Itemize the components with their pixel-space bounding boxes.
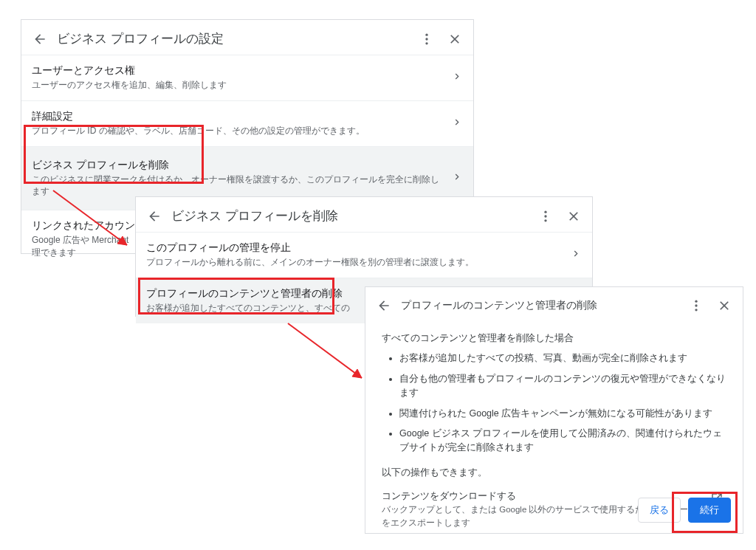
back-button[interactable]: 戻る xyxy=(638,498,681,523)
consequences-list: お客様が追加したすべての投稿、写真、動画が完全に削除されます 自分も他の管理者も… xyxy=(382,351,726,455)
arrow-icon xyxy=(46,185,142,258)
svg-point-2 xyxy=(425,42,427,44)
more-icon[interactable] xyxy=(537,208,554,224)
back-icon[interactable] xyxy=(376,298,392,314)
back-icon[interactable] xyxy=(146,208,162,224)
delete-heading: すべてのコンテンツと管理者を削除した場合 xyxy=(382,331,726,346)
item-subtitle: プロフィールから離れる前に、メインのオーナー権限を別の管理者に譲渡します。 xyxy=(146,256,560,269)
chevron-right-icon xyxy=(451,117,463,131)
chevron-right-icon xyxy=(451,171,463,185)
panel-header: ビジネス プロフィールの設定 xyxy=(21,20,473,55)
svg-point-1 xyxy=(425,38,427,40)
continue-button[interactable]: 続行 xyxy=(688,498,731,523)
svg-line-11 xyxy=(288,323,362,378)
item-title: ビジネス プロフィールを削除 xyxy=(32,159,441,172)
bullet: お客様が追加したすべての投稿、写真、動画が完全に削除されます xyxy=(399,351,726,365)
bullet: 関連付けられた Google 広告キャンペーンが無効になる可能性があります xyxy=(399,407,726,421)
item-title: 詳細設定 xyxy=(32,110,441,123)
item-subtitle: ユーザーのアクセス権を追加、編集、削除します xyxy=(32,79,441,92)
more-icon[interactable] xyxy=(688,298,704,314)
svg-line-9 xyxy=(53,190,127,245)
svg-point-4 xyxy=(544,215,546,217)
svg-marker-12 xyxy=(352,369,362,378)
page-title: ビジネス プロフィールの設定 xyxy=(57,30,419,47)
item-stop-managing[interactable]: このプロフィールの管理を停止 プロフィールから離れる前に、メインのオーナー権限を… xyxy=(136,232,592,278)
svg-marker-10 xyxy=(117,236,127,245)
svg-point-3 xyxy=(544,210,546,213)
svg-point-7 xyxy=(695,304,697,306)
page-title: プロフィールのコンテンツと管理者の削除 xyxy=(401,299,688,312)
svg-point-5 xyxy=(544,219,546,221)
bullet: Google ビジネス プロフィールを使用して公開済みの、関連付けられたウェブサ… xyxy=(399,427,726,456)
panel-actions xyxy=(537,208,582,224)
chevron-right-icon xyxy=(451,71,463,85)
chevron-right-icon xyxy=(570,248,582,262)
delete-confirm-panel: プロフィールのコンテンツと管理者の削除 すべてのコンテンツと管理者を削除した場合… xyxy=(365,286,743,534)
also-note: 以下の操作もできます。 xyxy=(382,466,726,480)
item-advanced-settings[interactable]: 詳細設定 プロフィール ID の確認や、ラベル、店舗コード、その他の設定の管理が… xyxy=(21,100,473,146)
back-icon[interactable] xyxy=(32,31,48,47)
close-icon[interactable] xyxy=(566,208,582,224)
panel-header: ビジネス プロフィールを削除 xyxy=(136,197,592,232)
svg-point-6 xyxy=(695,300,697,303)
item-users-access[interactable]: ユーザーとアクセス権 ユーザーのアクセス権を追加、編集、削除します xyxy=(21,55,473,100)
item-title: このプロフィールの管理を停止 xyxy=(146,241,560,255)
more-icon[interactable] xyxy=(419,31,435,47)
footer-buttons: 戻る 続行 xyxy=(638,498,731,523)
bullet: 自分も他の管理者もプロフィールのコンテンツの復元や管理ができなくなります xyxy=(399,372,726,401)
svg-point-8 xyxy=(695,309,697,311)
arrow-icon xyxy=(281,317,377,391)
close-icon[interactable] xyxy=(716,298,732,314)
panel-actions xyxy=(419,31,463,47)
panel-header: プロフィールのコンテンツと管理者の削除 xyxy=(365,287,743,324)
item-title: ユーザーとアクセス権 xyxy=(32,64,441,78)
panel-actions xyxy=(688,298,732,314)
item-subtitle: プロフィール ID の確認や、ラベル、店舗コード、その他の設定の管理ができます。 xyxy=(32,125,441,137)
close-icon[interactable] xyxy=(447,31,463,47)
svg-point-0 xyxy=(425,33,427,35)
page-title: ビジネス プロフィールを削除 xyxy=(171,207,537,224)
